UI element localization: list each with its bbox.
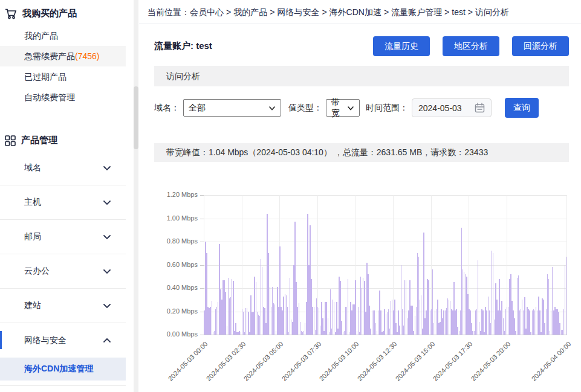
value-type-select-value: 带宽 [331, 97, 347, 119]
breadcrumb-separator: > [270, 7, 274, 17]
chart-bar [330, 289, 331, 335]
accordion-label: 建站 [24, 300, 103, 311]
breadcrumb-separator: > [468, 7, 473, 17]
sidebar-item-site-builder[interactable]: 建站 [0, 289, 126, 323]
date-picker-value: 2024-05-03 [418, 103, 475, 113]
chart-bar [233, 281, 234, 335]
value-type-label: 值类型： [288, 103, 322, 114]
sidebar-item-expired[interactable]: 已过期产品 [0, 66, 126, 87]
breadcrumb-item[interactable]: 会员中心 [190, 7, 224, 17]
breadcrumb-separator: > [384, 7, 389, 17]
domain-select[interactable]: 全部 [183, 99, 281, 117]
chart-bar [287, 307, 288, 335]
chevron-down-icon[interactable] [103, 164, 111, 172]
date-picker-input[interactable]: 2024-05-03 [412, 98, 492, 117]
sidebar-item-my-products[interactable]: 我的产品 [0, 25, 126, 46]
sidebar-item-label: 急需续费产品 [24, 51, 75, 61]
sidebar-section-purchased: 我购买的产品 [0, 0, 126, 19]
sidebar-item-cloud-office[interactable]: 云办公 [0, 254, 126, 289]
chevron-down-icon[interactable] [103, 198, 111, 207]
y-axis-tick [200, 335, 204, 335]
breadcrumb-item[interactable]: 我的产品 [233, 7, 267, 17]
y-axis-label: 1.00 Mbps [154, 214, 198, 222]
chart-bar [212, 301, 213, 335]
chart-bar [412, 306, 413, 335]
chart-bar [243, 312, 244, 335]
region-analysis-button[interactable]: 地区分析 [443, 36, 499, 56]
sidebar-item-renew-urgent[interactable]: 急需续费产品(7456) [0, 46, 126, 66]
chevron-down-icon[interactable] [103, 233, 111, 241]
breadcrumb-item[interactable]: 流量账户管理 [391, 7, 442, 17]
chart-bar [334, 302, 335, 335]
sidebar-item-domain[interactable]: 域名 [0, 151, 126, 185]
sidebar-scrollbar-thumb[interactable] [134, 86, 138, 149]
traffic-account-title: 流量账户: test [154, 40, 212, 52]
sidebar-item-ssl[interactable]: SSL安全证书 [0, 386, 126, 392]
chart-bar [548, 279, 550, 335]
chart-gridline-h [204, 195, 567, 196]
accordion-label: 邮局 [24, 231, 103, 242]
cart-icon [5, 8, 17, 19]
chart-gridline-h [204, 335, 567, 335]
sidebar-section-title: 我购买的产品 [22, 8, 77, 19]
y-axis-tick [200, 288, 204, 289]
chevron-down-icon[interactable] [103, 267, 111, 275]
breadcrumb-item[interactable]: 网络与安全 [277, 7, 319, 17]
chart-bar [380, 310, 381, 335]
sidebar: 我购买的产品 我的产品 急需续费产品(7456) 已过期产品 自动续费管理 产品… [0, 0, 139, 392]
breadcrumb-separator: > [322, 7, 326, 17]
breadcrumb-item[interactable]: test [452, 7, 466, 17]
chevron-down-icon [347, 104, 354, 112]
sidebar-item-overseas-cdn[interactable]: 海外CDN加速管理 [0, 358, 126, 381]
y-axis-label: 0.80 Mbps [154, 237, 198, 245]
y-axis-label: 0.20 Mbps [154, 307, 198, 315]
y-axis-label: 0.40 Mbps [154, 284, 198, 291]
sidebar-item-mail[interactable]: 邮局 [0, 220, 126, 254]
renew-count-badge: (7456) [75, 51, 99, 61]
domain-label: 域名： [154, 103, 180, 114]
breadcrumb-label: 当前位置： [148, 7, 190, 17]
chart-bar [248, 312, 249, 335]
x-axis-label: 2024-05-04 00:00 [503, 340, 573, 392]
traffic-history-button[interactable]: 流量历史 [373, 36, 430, 56]
breadcrumb: 当前位置：会员中心>我的产品>网络与安全>海外CDN加速>流量账户管理>test… [139, 0, 581, 24]
chart-bar [482, 310, 484, 335]
y-axis-tick [200, 195, 204, 196]
sidebar-item-network-security[interactable]: 网络与安全 [0, 323, 126, 358]
chart-bar [539, 310, 540, 335]
chevron-down-icon[interactable] [103, 301, 111, 310]
active-section-indicator [0, 331, 2, 349]
summary-bar: 带宽峰值：1.04 Mbps（2024-05-03 04:10） ，总流量：26… [154, 143, 569, 162]
chevron-up-icon[interactable] [103, 336, 111, 345]
chart-bar [529, 310, 530, 335]
y-axis-tick [200, 312, 204, 312]
domain-select-value: 全部 [189, 103, 206, 114]
sidebar-section-title: 产品管理 [21, 135, 57, 146]
accordion-label: 主机 [24, 197, 103, 208]
breadcrumb-item[interactable]: 访问分析 [475, 7, 509, 17]
accordion-label: 网络与安全 [24, 335, 103, 346]
breadcrumb-separator: > [444, 7, 449, 17]
grid-icon [5, 135, 16, 146]
chart-bar [274, 304, 276, 335]
query-button[interactable]: 查询 [505, 98, 539, 118]
y-axis-label: 1.20 Mbps [154, 191, 198, 198]
sidebar-item-host[interactable]: 主机 [0, 185, 126, 220]
y-axis-tick [200, 242, 204, 242]
sidebar-section-management: 产品管理 [0, 127, 126, 146]
y-axis-label: 0.00 Mbps [154, 330, 198, 338]
calendar-icon [475, 103, 485, 113]
sidebar-item-auto-renew[interactable]: 自动续费管理 [0, 87, 126, 108]
sidebar-scrollbar-track[interactable] [134, 0, 138, 392]
page: 我购买的产品 我的产品 急需续费产品(7456) 已过期产品 自动续费管理 产品… [0, 0, 581, 392]
accordion-label: 云办公 [24, 266, 103, 277]
y-axis-tick [200, 265, 204, 266]
y-axis-label: 0.60 Mbps [154, 261, 198, 268]
origin-analysis-button[interactable]: 回源分析 [512, 36, 569, 56]
chart-gridline-h [204, 242, 567, 242]
chevron-down-icon [268, 104, 276, 112]
accordion-label: 域名 [24, 162, 103, 173]
value-type-select[interactable]: 带宽 [326, 99, 360, 117]
x-axis-label: 2024-05-03 20:00 [443, 340, 512, 392]
breadcrumb-item[interactable]: 海外CDN加速 [329, 7, 381, 17]
